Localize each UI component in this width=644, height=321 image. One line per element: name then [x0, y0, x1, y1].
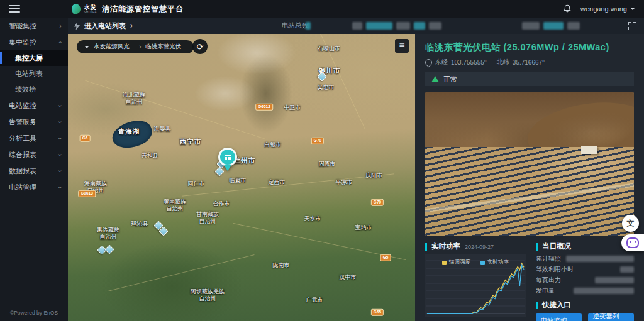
station-coordinates: 东经 103.755555° 北纬 35.716667° — [425, 58, 634, 67]
chevron-down-icon: › — [57, 104, 64, 107]
enter-station-list-button[interactable]: 进入电站列表 › — [74, 18, 133, 34]
chevron-down-icon: › — [57, 170, 64, 172]
map-city-label: 甘南藏族 自治州 — [196, 211, 219, 226]
satellite-map[interactable]: 石嘴山市银川市吴忠市中卫市白银市兰州市临夏市定西市固原市平凉市庆阳市天水市宝鸡市… — [68, 34, 415, 321]
sidebar-subitem-label: 绩效榜 — [15, 85, 36, 94]
redacted-value — [620, 266, 634, 273]
lightning-icon — [74, 22, 80, 30]
map-city-label: 吴忠市 — [318, 84, 335, 91]
brand-subtitle: SHUIFA — [84, 11, 97, 14]
map-city-label: 果洛藏族 自治州 — [97, 227, 119, 241]
hamburger-menu-icon[interactable] — [9, 5, 20, 13]
chevron-down-icon: › — [57, 137, 64, 139]
map-city-label: 汉中市 — [340, 274, 357, 281]
sidebar-item-label: 集中监控 — [9, 38, 36, 47]
map-layers-button[interactable]: ≣ — [395, 39, 409, 53]
status-badge: 正常 — [443, 75, 457, 84]
sidebar-item-label: 数据报表 — [9, 166, 36, 176]
realtime-power-title: 实时功率 — [431, 242, 460, 251]
section-accent-bar — [536, 243, 538, 251]
stat-label: 等效利用小时 — [536, 265, 574, 274]
road-badge: G70 — [371, 199, 384, 206]
latitude-label: 北纬 — [497, 58, 509, 67]
latitude-value: 35.716667° — [513, 59, 545, 66]
station-detail-panel: 临洮东菅光伏电站 (25.076MWp / 25MWac) 东经 103.755… — [415, 34, 644, 321]
sidebar-item-smart-control[interactable]: 智能集控› — [0, 18, 68, 34]
layers-icon: ≣ — [399, 41, 405, 50]
chevron-down-icon: › — [57, 121, 64, 123]
solar-panels-area — [425, 147, 634, 236]
sidebar-item-analysis-tools[interactable]: 分析工具› — [0, 130, 68, 146]
sidebar-item-station-list[interactable]: 电站列表 — [0, 66, 68, 82]
button-label: 电站监控 — [541, 317, 567, 321]
stat-row-output-per-watt: 每瓦出力 — [536, 275, 634, 285]
plant-building — [581, 146, 597, 154]
map-city-label: 石嘴山市 — [318, 45, 340, 52]
legend-irradiance[interactable]: 辐照强度 — [442, 259, 470, 266]
sidebar-item-comprehensive-reports[interactable]: 综合报表› — [0, 146, 68, 163]
sidebar-item-control-screen[interactable]: 集控大屏 — [0, 50, 68, 66]
road-badge: G6012 — [255, 104, 273, 111]
sidebar-subitem-label: 电站列表 — [15, 69, 43, 79]
sidebar-item-station-management[interactable]: 电站管理› — [0, 179, 68, 195]
map-city-label: 庆阳市 — [366, 172, 383, 179]
stat-row-equivalent-hours: 等效利用小时 — [536, 264, 634, 275]
chevron-right-icon: › — [139, 43, 141, 50]
chart-date: 2024-09-27 — [465, 244, 494, 250]
top-strip: 进入电站列表 › 电站总数 — [68, 18, 644, 34]
stat-label: 每瓦出力 — [536, 276, 561, 285]
ai-assistant-button[interactable] — [621, 234, 644, 251]
sidebar-item-data-reports[interactable]: 数据报表› — [0, 163, 68, 179]
app-window: 水发 SHUIFA 清洁能源管控智慧平台 wengang.wang 智能集控› … — [0, 0, 644, 321]
breadcrumb-parent[interactable]: 水发能源风光... — [94, 43, 135, 51]
sidebar-item-performance-board[interactable]: 绩效榜 — [0, 82, 68, 97]
enter-station-list-label: 进入电站列表 — [84, 21, 126, 31]
translate-button[interactable]: 文 — [622, 215, 639, 232]
brand-logo: 水发 SHUIFA — [72, 4, 97, 14]
map-city-label: 宝鸡市 — [355, 224, 372, 231]
redacted-value — [574, 288, 634, 294]
map-city-label: 天水市 — [304, 215, 321, 222]
map-breadcrumb[interactable]: 水发能源风光... › 临洮东菅光伏... — [77, 40, 194, 53]
legend-label: 实时功率 — [487, 259, 509, 266]
map-city-label: 海北藏族 自治州 — [123, 92, 145, 106]
redacted-value — [566, 256, 634, 262]
logo-drop-icon — [70, 3, 82, 15]
legend-label: 辐照强度 — [449, 259, 470, 266]
map-city-label: 同仁市 — [188, 180, 205, 187]
sidebar-item-station-monitoring[interactable]: 电站监控› — [0, 97, 68, 114]
legend-power[interactable]: 实时功率 — [480, 259, 509, 266]
realtime-power-chart[interactable]: 辐照强度 实时功率 — [425, 254, 526, 317]
notification-bell-icon[interactable] — [563, 4, 572, 13]
map-city-label: 合作市 — [213, 200, 230, 207]
map-city-label: 广元市 — [306, 297, 323, 303]
brand-name: 水发 — [84, 4, 97, 11]
stat-row-energy-generated: 发电量 — [536, 285, 634, 296]
sidebar-item-label: 分析工具 — [9, 134, 36, 143]
user-menu[interactable]: wengang.wang — [580, 5, 635, 13]
chevron-down-icon: › — [57, 186, 64, 188]
road-badge: G0613 — [78, 190, 96, 197]
stat-label: 累计辐照 — [536, 254, 561, 263]
sidebar-item-central-monitoring[interactable]: 集中监控› — [0, 34, 68, 50]
status-triangle-icon — [431, 76, 439, 82]
station-monitoring-button[interactable]: 电站监控 — [536, 313, 582, 321]
map-city-label: 定西市 — [269, 179, 286, 186]
sidebar: 智能集控› 集中监控› 集控大屏 电站列表 绩效榜 电站监控› 告警服务› 分析… — [0, 18, 68, 321]
station-total-label: 电站总数 — [282, 21, 308, 30]
breadcrumb-child[interactable]: 临洮东菅光伏... — [145, 43, 186, 51]
map-city-label: 黄南藏族 自治州 — [164, 199, 186, 213]
powered-by-enos: ©Powered by EnOS — [0, 310, 68, 316]
map-city-label: 固原市 — [319, 161, 336, 168]
road-badge: G70 — [311, 138, 324, 144]
selected-station-pin[interactable] — [218, 148, 237, 171]
station-cluster-marker[interactable] — [104, 244, 114, 254]
inverter-list-button[interactable]: 逆变器列表 — [588, 313, 634, 321]
map-city-label: 陇南市 — [273, 262, 290, 269]
sidebar-item-alarm-service[interactable]: 告警服务› — [0, 114, 68, 130]
fullscreen-icon[interactable] — [628, 22, 636, 30]
refresh-button[interactable]: ⟳ — [192, 39, 208, 54]
today-overview-title: 当日概况 — [542, 242, 571, 251]
sidebar-item-label: 综合报表 — [9, 150, 36, 160]
station-title: 临洮东菅光伏电站 (25.076MWp / 25MWac) — [425, 41, 634, 53]
